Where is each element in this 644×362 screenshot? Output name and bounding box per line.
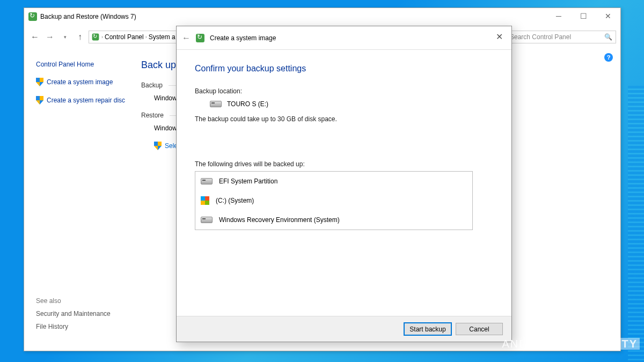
search-placeholder: Search Control Panel [510, 33, 571, 41]
cancel-button[interactable]: Cancel [456, 323, 503, 335]
minimize-button[interactable]: ─ [546, 8, 571, 24]
breadcrumb-root[interactable]: Control Panel [105, 33, 144, 41]
seealso-file-history[interactable]: File History [36, 323, 111, 330]
restore-section-label: Restore [141, 112, 164, 119]
start-backup-button[interactable]: Start backup [404, 323, 451, 335]
sidebar-task-label: Create a system repair disc [47, 97, 125, 104]
drives-listbox: EFI System Partition (C:) (System) Windo… [195, 171, 473, 230]
sidebar: Control Panel Home Create a system image… [24, 48, 141, 351]
sidebar-task-create-system-image[interactable]: Create a system image [36, 78, 133, 86]
app-icon [28, 12, 37, 21]
search-icon: 🔍 [604, 33, 612, 41]
backup-section-label: Backup [141, 82, 163, 89]
backup-size-note: The backup could take up to 30 GB of dis… [195, 115, 493, 123]
chevron-right-icon: › [145, 34, 147, 40]
close-button[interactable]: ✕ [596, 8, 620, 24]
control-panel-home-link[interactable]: Control Panel Home [36, 61, 133, 68]
drive-icon [201, 178, 213, 184]
nav-recent-dropdown[interactable]: ▾ [58, 31, 71, 43]
drive-icon [201, 217, 213, 223]
windows-icon [201, 196, 209, 205]
backup-location-value: TOURO S (E:) [227, 100, 268, 108]
drive-row[interactable]: (C:) (System) [195, 191, 472, 210]
dialog-back-button[interactable]: ← [182, 33, 191, 43]
dialog-titlebar[interactable]: ← Create a system image ✕ [177, 26, 511, 50]
drive-label: Windows Recovery Environment (System) [219, 216, 340, 224]
drive-row[interactable]: Windows Recovery Environment (System) [195, 210, 472, 230]
dialog-title: Create a system image [210, 34, 276, 42]
dialog-heading: Confirm your backup settings [195, 64, 493, 73]
seealso-header: See also [36, 297, 111, 305]
chevron-right-icon: › [101, 34, 103, 40]
watermark-bold: AUTHORITY [563, 338, 640, 350]
breadcrumb-section[interactable]: System a [149, 33, 175, 41]
drive-label: EFI System Partition [219, 178, 277, 185]
window-title: Backup and Restore (Windows 7) [40, 13, 136, 20]
titlebar[interactable]: Backup and Restore (Windows 7) ─ ☐ ✕ [24, 8, 620, 25]
dialog-app-icon [196, 34, 204, 42]
sidebar-task-create-repair-disc[interactable]: Create a system repair disc [36, 96, 133, 105]
search-input[interactable]: Search Control Panel 🔍 [506, 31, 616, 43]
breadcrumb-app-icon [92, 34, 99, 41]
create-system-image-dialog: ← Create a system image ✕ Confirm your b… [176, 26, 512, 342]
nav-up-button[interactable]: ↑ [74, 31, 86, 43]
drive-label: (C:) (System) [216, 197, 254, 204]
desktop-background-pattern [628, 86, 644, 362]
sidebar-task-label: Create a system image [47, 78, 113, 86]
dialog-body: Confirm your backup settings Backup loca… [177, 50, 511, 316]
dialog-footer: Start backup Cancel [177, 316, 511, 342]
shield-icon [36, 96, 43, 105]
seealso-security-maintenance[interactable]: Security and Maintenance [36, 310, 111, 317]
watermark-light: ANDROID [502, 338, 559, 350]
shield-icon [36, 78, 43, 86]
backup-location-row: TOURO S (E:) [195, 100, 493, 108]
nav-forward-button[interactable]: → [43, 31, 56, 43]
backup-location-label: Backup location: [195, 87, 493, 95]
watermark: ANDROID AUTHORITY [502, 338, 640, 350]
drive-icon [210, 101, 222, 107]
dialog-close-button[interactable]: ✕ [491, 32, 507, 42]
drives-list-label: The following drives will be backed up: [195, 160, 493, 168]
nav-back-button[interactable]: ← [28, 31, 41, 43]
drive-row[interactable]: EFI System Partition [195, 172, 472, 191]
shield-icon [154, 142, 162, 150]
maximize-button[interactable]: ☐ [571, 8, 596, 24]
